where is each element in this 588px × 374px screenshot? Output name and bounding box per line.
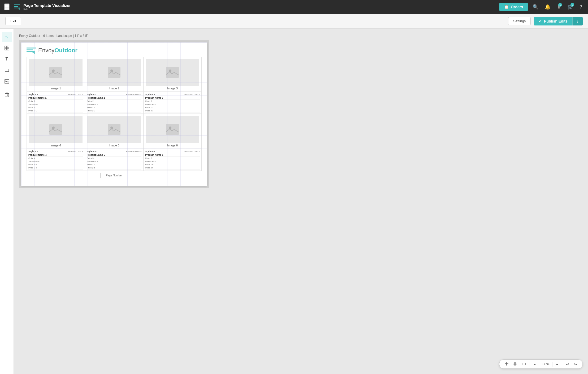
image-label-5: Image 5: [85, 144, 143, 149]
product-image-1: [29, 59, 83, 86]
undo-button[interactable]: ↩: [565, 362, 570, 367]
product-price1-4: Price 1 4: [28, 163, 83, 166]
product-style-row-1: Style # 1 Available Date 1: [28, 93, 83, 96]
product-price1-6: Price 1 6: [145, 163, 200, 166]
product-info-5: Style # 5 Available Date 5 Product Name …: [85, 149, 143, 171]
svg-rect-24: [166, 67, 179, 78]
help-button[interactable]: ?: [578, 3, 584, 11]
product-avail-6: Available Date 6: [184, 150, 200, 153]
image-icon: [5, 79, 9, 84]
publish-button[interactable]: ✓ Publish Edits: [534, 17, 572, 25]
product-style-row-4: Style # 4 Available Date 4: [28, 150, 83, 153]
product-style-4: Style # 4: [28, 150, 38, 153]
product-color-4: Color 4: [28, 157, 83, 160]
image-label-4: Image 4: [27, 144, 85, 149]
snap-button[interactable]: [504, 361, 509, 367]
product-image-4: [29, 116, 83, 143]
svg-point-25: [169, 69, 171, 72]
product-name-3: Product Name 3: [145, 96, 200, 100]
grid-button[interactable]: [512, 361, 518, 367]
product-cell-4: Image 4 Style # 4 Available Date 4 Produ…: [27, 114, 85, 171]
svg-rect-4: [5, 46, 7, 48]
svg-rect-26: [49, 124, 62, 135]
search-button[interactable]: 🔍: [531, 2, 540, 11]
orders-button[interactable]: 📋 Orders: [499, 3, 528, 11]
logo: Page Template Visualizer Edit: [13, 3, 71, 11]
toolbar: Exit Settings ✓ Publish Edits ⋮: [0, 14, 588, 29]
product-price2-2: Price 2 2: [87, 109, 141, 112]
product-cell-5: Image 5 Style # 5 Available Date 5 Produ…: [85, 114, 143, 171]
product-style-row-3: Style # 3 Available Date 3: [145, 93, 200, 96]
svg-rect-7: [7, 48, 9, 50]
bottom-toolbar: ● 80% ● ↩ ↪: [499, 359, 583, 369]
product-info-3: Style # 3 Available Date 3 Product Name …: [144, 92, 201, 114]
logo-icon: [13, 3, 21, 11]
svg-marker-3: [18, 7, 20, 10]
product-color-1: Color 1: [28, 100, 83, 103]
image-placeholder-icon: [108, 124, 120, 135]
redo-button[interactable]: ↪: [573, 362, 578, 367]
image-label-2: Image 2: [85, 87, 143, 92]
svg-point-31: [169, 127, 171, 129]
cart-button[interactable]: 🛒 0: [566, 2, 575, 11]
publish-button-group: ✓ Publish Edits ⋮: [534, 17, 583, 25]
product-name-2: Product Name 2: [87, 96, 141, 100]
page-number: Page Number: [100, 173, 128, 178]
svg-rect-6: [5, 48, 7, 50]
share-badge: 1: [558, 3, 562, 7]
product-name-6: Product Name 6: [145, 153, 200, 157]
svg-point-10: [6, 80, 6, 81]
tools-panel: ↖ T: [0, 29, 14, 374]
canvas-area: Envoy Outdoor - 6 Items - Landscape | 11…: [14, 29, 588, 374]
navbar: ☰ Page Template Visualizer Edit 📋 Orders…: [0, 0, 588, 14]
product-style-row-5: Style # 5 Available Date 5: [87, 150, 141, 153]
canvas-wrapper: EnvoyOutdoor Image 1 Style # 1 A: [19, 40, 209, 188]
app-title: Page Template Visualizer: [23, 3, 71, 8]
exit-button[interactable]: Exit: [5, 17, 21, 25]
product-price1-3: Price 1 3: [145, 106, 200, 109]
product-style-2: Style # 2: [87, 93, 97, 96]
ruler-button[interactable]: [521, 362, 527, 367]
image-tool[interactable]: [2, 76, 12, 86]
product-variations-4: Variations 4: [28, 160, 83, 163]
svg-rect-8: [5, 69, 9, 72]
product-info-6: Style # 6 Available Date 6 Product Name …: [144, 149, 201, 171]
product-price1-1: Price 1 1: [28, 106, 83, 109]
main-content: ↖ T: [0, 29, 588, 374]
share-button[interactable]: ⬆ 1: [555, 2, 563, 11]
text-tool[interactable]: T: [2, 54, 12, 64]
product-variations-5: Variations 5: [87, 160, 141, 163]
rectangle-tool[interactable]: [2, 65, 12, 75]
product-style-5: Style # 5: [87, 150, 97, 153]
product-variations-2: Variations 2: [87, 103, 141, 106]
envoy-logo-icon: [27, 47, 36, 54]
grid-icon: [513, 362, 517, 366]
publish-dropdown-button[interactable]: ⋮: [572, 17, 583, 25]
ruler-icon: [522, 362, 526, 366]
settings-button[interactable]: Settings: [508, 17, 531, 25]
svg-rect-30: [166, 124, 179, 135]
cursor-tool[interactable]: ↖: [2, 32, 12, 42]
product-avail-1: Available Date 1: [68, 93, 83, 96]
product-name-5: Product Name 5: [87, 153, 141, 157]
image-placeholder-icon: [108, 67, 120, 78]
menu-button[interactable]: ☰: [4, 3, 10, 10]
delete-tool[interactable]: [2, 90, 12, 100]
layout-tool[interactable]: [2, 43, 12, 53]
product-variations-6: Variations 6: [145, 160, 200, 163]
product-style-1: Style # 1: [28, 93, 38, 96]
notifications-button[interactable]: 🔔: [543, 2, 552, 11]
dot-button[interactable]: ●: [533, 362, 537, 367]
product-avail-4: Available Date 4: [68, 150, 83, 153]
product-price2-3: Price 2 3: [145, 109, 200, 112]
zoom-dot-button[interactable]: ●: [555, 362, 559, 367]
product-color-5: Color 5: [87, 157, 141, 160]
svg-rect-22: [108, 67, 120, 78]
product-name-1: Product Name 1: [28, 96, 83, 100]
product-cell-2: Image 2 Style # 2 Available Date 2 Produ…: [85, 57, 143, 114]
title-group: Page Template Visualizer Edit: [23, 3, 71, 11]
zoom-level: 80%: [543, 362, 550, 366]
image-placeholder-icon: [49, 67, 62, 78]
envoy-logo-text: EnvoyOutdoor: [38, 47, 77, 54]
products-grid: Image 1 Style # 1 Available Date 1 Produ…: [21, 57, 207, 171]
